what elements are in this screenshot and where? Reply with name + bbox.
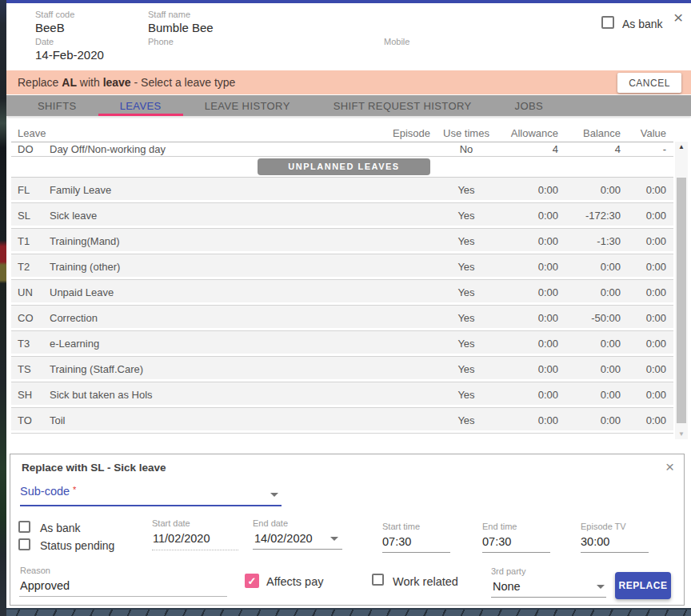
leave-name-cell: e-Learning (43, 337, 344, 351)
allowance-cell: 0:00 (502, 183, 558, 198)
balance-cell: 4 (558, 142, 621, 157)
table-row-day-off[interactable]: DO Day Off/Non-working day No 4 4 - (11, 142, 673, 157)
column-header-use-times: Use times (430, 127, 502, 139)
staff-leave-dialog: Staff code BeeB Staff name Bumble Bee Da… (6, 0, 691, 608)
use-times-cell: Yes (430, 183, 502, 198)
leave-name-cell: Sick but taken as Hols (43, 388, 344, 402)
affects-pay-label: Affects pay (266, 575, 323, 588)
leave-name-cell: Training (Staff.Care) (43, 362, 344, 377)
table-row[interactable]: UN Unpaid Leave Yes 0:00 0:00 0:00 (11, 280, 673, 306)
balance-cell: 0:00 (558, 260, 621, 274)
replace-panel-title: Replace with SL - Sick leave (22, 462, 166, 474)
value-cell: 0:00 (621, 286, 666, 300)
check-icon: ✓ (248, 575, 257, 587)
tab-shifts[interactable]: SHIFTS (16, 95, 98, 116)
third-party-dropdown-arrow-icon[interactable] (597, 585, 605, 589)
value-cell: 0:00 (621, 362, 666, 377)
leave-code-cell: TS (11, 362, 43, 377)
table-row[interactable]: T2 Training (other) Yes 0:00 0:00 0:00 (11, 254, 673, 280)
value-cell: 0:00 (621, 311, 666, 326)
use-times-cell: No (430, 142, 502, 157)
sub-code-dropdown-arrow-icon[interactable] (270, 493, 278, 497)
tab-label: LEAVES (120, 100, 162, 112)
leave-code-cell: CO (11, 311, 43, 326)
banner-text: Replace AL with leave - Select a leave t… (18, 76, 235, 89)
sub-code-select[interactable]: Sub-code * (20, 485, 76, 498)
allowance-cell: 4 (502, 142, 558, 157)
close-icon[interactable]: × (673, 11, 683, 24)
allowance-cell: 0:00 (502, 209, 558, 223)
end-time-label: End time (482, 522, 517, 531)
start-time-label: Start time (382, 522, 420, 531)
end-date-field[interactable]: 14/02/2020 (254, 532, 313, 545)
start-date-field: 11/02/2020 (153, 532, 210, 545)
unplanned-leaves-badge: UNPLANNED LEAVES (258, 158, 430, 175)
start-date-underline (152, 550, 238, 550)
table-row[interactable]: SH Sick but taken as Hols Yes 0:00 0:00 … (11, 382, 673, 408)
background-timeline-strip (0, 608, 691, 616)
balance-cell: 0:00 (558, 414, 621, 428)
leave-code-cell: UN (11, 286, 43, 300)
end-time-field[interactable]: 07:30 (482, 535, 511, 548)
scrollbar-thumb[interactable] (677, 178, 686, 423)
reason-field[interactable]: Approved (20, 579, 70, 592)
table-scrollbar[interactable]: ▲ ▼ (675, 142, 688, 439)
work-related-checkbox[interactable] (372, 574, 384, 586)
tab-bar: SHIFTS LEAVES LEAVE HISTORY SHIFT REQUES… (6, 95, 691, 116)
table-row[interactable]: SL Sick leave Yes 0:00 -172:30 0:00 (11, 203, 673, 229)
staff-code-label: Staff code (35, 10, 74, 19)
panel-as-bank-checkbox[interactable] (18, 521, 30, 533)
use-times-cell: Yes (430, 234, 502, 249)
work-related-label: Work related (393, 575, 458, 588)
leave-code-cell: T2 (11, 260, 43, 274)
table-row[interactable]: T1 Training(Mand) Yes 0:00 -1:30 0:00 (11, 229, 673, 254)
tab-leaves[interactable]: LEAVES (98, 95, 183, 116)
leave-name-cell: Correction (43, 311, 344, 326)
replace-button[interactable]: REPLACE (615, 572, 671, 599)
third-party-field[interactable]: None (493, 580, 521, 593)
tab-shift-request-history[interactable]: SHIFT REQUEST HISTORY (312, 95, 493, 116)
allowance-cell: 0:00 (502, 260, 558, 274)
value-cell: 0:00 (621, 183, 666, 198)
leave-name-cell: Unpaid Leave (43, 286, 344, 300)
column-header-value: Value (621, 127, 666, 139)
leave-code-cell: DO (11, 142, 43, 157)
tab-jobs[interactable]: JOBS (493, 95, 565, 116)
column-header-allowance: Allowance (502, 127, 558, 139)
scroll-up-icon[interactable]: ▲ (675, 143, 688, 150)
date-label: Date (35, 37, 54, 46)
tab-label: JOBS (515, 100, 544, 112)
tab-leave-history[interactable]: LEAVE HISTORY (183, 95, 312, 116)
episode-tv-field[interactable]: 30:00 (581, 535, 609, 548)
allowance-cell: 0:00 (502, 234, 558, 249)
leave-name-cell: Training (other) (43, 260, 344, 274)
reason-label: Reason (20, 566, 50, 575)
table-row[interactable]: T3 e-Learning Yes 0:00 0:00 0:00 (11, 331, 673, 357)
table-row[interactable]: FL Family Leave Yes 0:00 0:00 0:00 (11, 178, 673, 203)
table-row[interactable]: TS Training (Staff.Care) Yes 0:00 0:00 0… (11, 357, 673, 382)
start-time-field[interactable]: 07:30 (382, 535, 411, 548)
end-date-dropdown-arrow-icon[interactable] (330, 537, 338, 541)
section-divider-row: UNPLANNED LEAVES (11, 157, 673, 178)
tab-label: LEAVE HISTORY (205, 100, 290, 112)
balance-cell: -1:30 (558, 234, 621, 249)
episode-tv-label: Episode TV (581, 522, 626, 531)
balance-cell: 0:00 (558, 183, 621, 198)
balance-cell: 0:00 (558, 286, 621, 300)
cancel-button[interactable]: CANCEL (617, 73, 681, 93)
status-pending-checkbox[interactable] (18, 538, 30, 550)
panel-close-icon[interactable]: × (665, 461, 674, 474)
balance-cell: -50:00 (558, 311, 621, 326)
sub-code-underline (20, 505, 282, 506)
affects-pay-checkbox[interactable]: ✓ (245, 574, 259, 588)
end-time-underline (482, 552, 550, 553)
leave-code-cell: TO (11, 414, 43, 428)
balance-cell: -172:30 (558, 209, 621, 223)
scroll-down-icon[interactable]: ▼ (675, 430, 688, 438)
table-row[interactable]: TO Toil Yes 0:00 0:00 0:00 (11, 408, 673, 434)
table-row[interactable]: CO Correction Yes 0:00 -50:00 0:00 (11, 306, 673, 331)
as-bank-checkbox[interactable] (601, 16, 614, 29)
use-times-cell: Yes (430, 311, 502, 326)
use-times-cell: Yes (430, 362, 502, 377)
value-cell: 0:00 (621, 209, 666, 223)
